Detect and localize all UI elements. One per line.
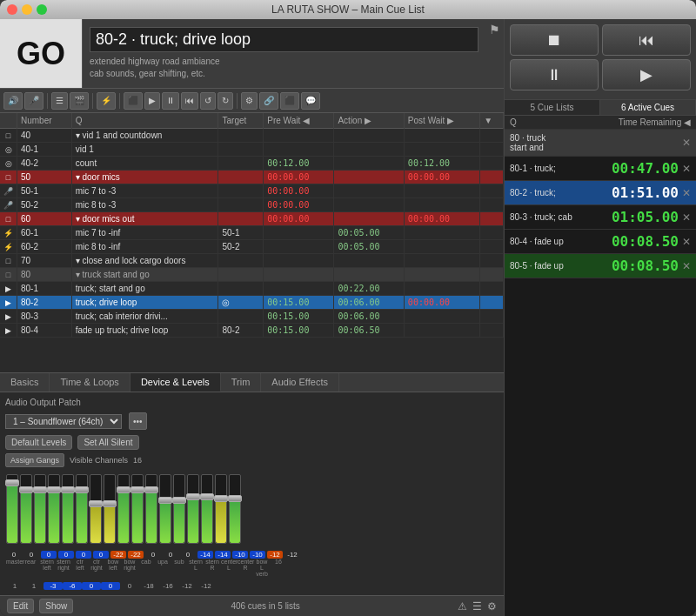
toolbar-rewind-btn[interactable]: ⏮	[181, 92, 198, 110]
toolbar-play-btn[interactable]: ▶	[144, 92, 160, 110]
fader-rear[interactable]	[19, 474, 33, 544]
traffic-lights[interactable]	[7, 4, 47, 15]
table-row[interactable]: □ 50 ▾ door mics 00:00.00 00:00.00	[0, 171, 504, 184]
fader-ctr-right[interactable]	[75, 474, 89, 544]
toolbar-video-btn[interactable]: 🎬	[70, 92, 89, 110]
assign-gangs-btn[interactable]: Assign Gangs	[5, 453, 64, 467]
th-target[interactable]: Target	[218, 113, 264, 129]
cell-target	[218, 282, 264, 296]
th-prewait[interactable]: Pre Wait ◀	[264, 113, 334, 129]
fader-sub[interactable]	[144, 474, 158, 544]
fader-name-11: stern L	[188, 559, 204, 577]
th-postwait[interactable]: Post Wait ▶	[404, 113, 479, 129]
table-row[interactable]: 🎤 50-2 mic 8 to -3 00:00.00	[0, 198, 504, 212]
pause-btn[interactable]: ⏸	[510, 59, 599, 90]
cell-icon: ▶	[0, 282, 17, 296]
table-row[interactable]: 🎤 50-1 mic 7 to -3 00:00.00	[0, 184, 504, 198]
default-levels-btn[interactable]: Default Levels	[5, 435, 72, 450]
fader-cab[interactable]	[117, 474, 130, 544]
table-row[interactable]: ◎ 40-1 vid 1	[0, 143, 504, 157]
cell-postwait	[404, 143, 479, 157]
active-cue-row-5[interactable]: 80-5 · fade up 00:08.50 ✕	[505, 254, 696, 278]
set-all-silent-btn[interactable]: Set All Silent	[77, 435, 138, 450]
table-row[interactable]: □ 80 ▾ truck start and go	[0, 268, 504, 282]
fader-upa[interactable]	[130, 474, 144, 544]
th-number[interactable]: Number	[17, 113, 72, 129]
close-header-btn[interactable]: ✕	[682, 137, 691, 149]
toolbar-mix-btn[interactable]: ⚡	[97, 92, 116, 110]
close-cue-5-btn[interactable]: ✕	[682, 260, 691, 272]
toolbar-settings-btn[interactable]: ⚙	[241, 92, 258, 110]
table-row[interactable]: ▶ 80-4 fade up truck; drive loop 80-2 00…	[0, 324, 504, 338]
toolbar-pause-btn[interactable]: ⏸	[162, 92, 179, 110]
table-row[interactable]: ▶ 80-1 truck; start and go 00:22.00	[0, 282, 504, 296]
close-button[interactable]	[7, 4, 17, 15]
fader-master[interactable]	[5, 474, 19, 544]
cell-icon: ◎	[0, 143, 17, 157]
fader-stern-R[interactable]	[172, 474, 186, 544]
th-action[interactable]: Action ▶	[334, 113, 404, 129]
fader-center-R[interactable]	[200, 474, 214, 544]
go-button[interactable]: GO	[0, 19, 83, 88]
close-cue-1-btn[interactable]: ✕	[682, 163, 691, 175]
play-btn[interactable]: ▶	[602, 59, 691, 90]
table-row[interactable]: ⚡ 60-2 mic 8 to -inf 50-2 00:05.00	[0, 240, 504, 254]
patch-select-row: 1 – Soundflower (64ch) •••	[5, 412, 499, 430]
tab-basics[interactable]: Basics	[0, 373, 50, 392]
close-cue-4-btn[interactable]: ✕	[682, 236, 691, 248]
assigns-row: Default Levels Set All Silent	[5, 435, 499, 450]
active-cue-row-1[interactable]: 80-1 · truck; 00:47.00 ✕	[505, 157, 696, 181]
cue-name-input[interactable]	[90, 27, 478, 52]
tab-trim[interactable]: Trim	[221, 373, 262, 392]
skip-back-btn[interactable]: ⏮	[602, 24, 691, 56]
tab-audio-effects[interactable]: Audio Effects	[261, 373, 339, 392]
close-cue-3-btn[interactable]: ✕	[682, 211, 691, 224]
show-btn[interactable]: Show	[39, 599, 73, 613]
fader-stern-L[interactable]	[158, 474, 172, 544]
active-cue-row-3[interactable]: 80-3 · truck; cab 01:05.00 ✕	[505, 205, 696, 230]
tab-time-loops[interactable]: Time & Loops	[50, 373, 130, 392]
toolbar-redo-btn[interactable]: ↻	[218, 92, 233, 110]
edit-btn[interactable]: Edit	[7, 599, 34, 613]
fader-ctr-left[interactable]	[61, 474, 75, 544]
active-cue-row-2[interactable]: 80-2 · truck; 01:51.00 ✕	[505, 181, 696, 205]
maximize-button[interactable]	[37, 4, 47, 15]
fader-center-L[interactable]	[186, 474, 200, 544]
table-row[interactable]: □ 60 ▾ door mics out 00:00.00 00:00.00	[0, 212, 504, 226]
th-q[interactable]: Q	[71, 113, 218, 129]
patch-select[interactable]: 1 – Soundflower (64ch)	[5, 414, 122, 429]
table-row[interactable]: ⚡ 60-1 mic 7 to -inf 50-1 00:05.00	[0, 226, 504, 240]
active-cue-row-4[interactable]: 80-4 · fade up 00:08.50 ✕	[505, 230, 696, 254]
table-row[interactable]: ▶ 80-3 truck; cab interior drivi... 00:1…	[0, 310, 504, 324]
fader-bow-right[interactable]	[103, 474, 117, 544]
minimize-button[interactable]	[22, 4, 32, 15]
toolbar-more-btn[interactable]: ⬛	[280, 92, 299, 110]
table-row[interactable]: □ 40 ▾ vid 1 and countdown	[0, 129, 504, 143]
faders-wrapper[interactable]: 000000-22-22000-14-14-10-10-12-12 master…	[5, 471, 499, 590]
cue-table-container[interactable]: Number Q Target Pre Wait ◀ Action ▶ Post…	[0, 113, 504, 372]
toolbar-list-btn[interactable]: ☰	[51, 92, 68, 110]
fader-16[interactable]	[228, 474, 242, 544]
close-cue-2-btn[interactable]: ✕	[682, 187, 691, 199]
six-active-cues-tab[interactable]: 6 Active Cues	[600, 100, 696, 115]
tab-device-levels[interactable]: Device & Levels	[130, 373, 221, 392]
fader-bow-L-verb[interactable]	[214, 474, 228, 544]
th-extra: ▼	[480, 113, 504, 129]
patch-more-btn[interactable]: •••	[129, 412, 147, 430]
five-cue-lists-tab[interactable]: 5 Cue Lists	[505, 100, 600, 115]
toolbar-undo-btn[interactable]: ↺	[200, 92, 216, 110]
fader-bow-left[interactable]	[89, 474, 103, 544]
cell-action: 00:05.00	[334, 226, 404, 240]
table-row[interactable]: ◎ 40-2 count 00:12.00 00:12.00	[0, 157, 504, 171]
toolbar-audio-btn[interactable]: 🔊	[3, 92, 23, 110]
flag-icon[interactable]: ⚑	[485, 19, 504, 88]
toolbar-extra-btn[interactable]: 💬	[301, 92, 320, 110]
stop-btn[interactable]: ⏹	[510, 24, 599, 56]
table-row[interactable]: ▶ 80-2 truck; drive loop ◎ 00:15.00 00:0…	[0, 296, 504, 310]
toolbar-mic-btn[interactable]: 🎤	[24, 92, 44, 110]
toolbar-link-btn[interactable]: 🔗	[259, 92, 278, 110]
toolbar-stop-btn[interactable]: ⬛	[124, 92, 143, 110]
fader-stern-right[interactable]	[47, 474, 61, 544]
fader-stern-left[interactable]	[33, 474, 47, 544]
table-row[interactable]: □ 70 ▾ close and lock cargo doors	[0, 254, 504, 268]
